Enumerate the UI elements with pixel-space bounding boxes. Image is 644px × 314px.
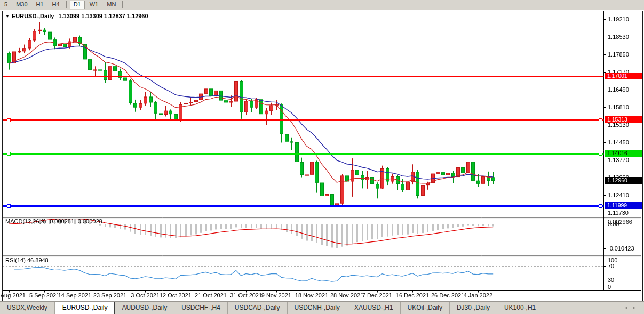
date-axis-label: 16 Dec 2021: [393, 292, 432, 299]
toolbar-separator: [122, 1, 123, 8]
date-axis-label: 4 Jan 2022: [459, 292, 497, 299]
rsi-axis-tick: 0: [608, 284, 611, 290]
price-axis-tick: 1.18530: [608, 34, 629, 40]
price-axis-tick: 1.12410: [608, 192, 629, 198]
timeframe-button-h4[interactable]: H4: [49, 1, 63, 8]
symbol-tab-ukoil-daily[interactable]: UKOil-,Daily: [401, 302, 450, 314]
date-axis-label: 26 Aug 2021: [0, 292, 28, 299]
tab-scroll-arrows: ◂▸: [625, 304, 641, 310]
tab-scroll-left-icon[interactable]: ◂: [625, 304, 633, 310]
price-tag-hline[interactable]: 1.17001: [605, 73, 642, 79]
symbol-tab-usdchf-h4[interactable]: USDCHF-,H4: [174, 302, 228, 314]
price-tag-hline[interactable]: 1.14016: [605, 150, 642, 157]
date-axis-label: 9 Nov 2021: [257, 292, 296, 299]
symbol-tab-usdcnh-daily[interactable]: USDCNH-,Daily: [288, 302, 347, 314]
price-tag-hline[interactable]: 1.11999: [605, 202, 642, 209]
date-axis-label: 12 Oct 2021: [156, 292, 195, 299]
timeframe-button-h1[interactable]: H1: [33, 1, 47, 8]
timeframe-button-mn[interactable]: MN: [103, 1, 120, 8]
price-axis-tick: 1.17850: [608, 51, 629, 58]
symbol-tab-eurusd-daily[interactable]: EURUSD-,Daily: [55, 302, 115, 314]
macd-indicator-label: MACD(12,26,9) -0.000281 -0.000028: [5, 218, 102, 224]
symbol-tab-audusd-daily[interactable]: AUDUSD-,Daily: [115, 302, 174, 314]
timeframe-toolbar: 5M30H1H4D1W1MN: [0, 0, 644, 10]
chart-canvas[interactable]: [3, 11, 641, 300]
price-tag-current: 1.12960: [605, 177, 642, 184]
symbol-tab-usdcad-daily[interactable]: USDCAD-,Daily: [228, 302, 288, 314]
chart-ohlc-values: 1.13099 1.13309 1.12837 1.12960: [58, 13, 148, 19]
symbol-tab-dj30-daily[interactable]: DJ30-,Daily: [450, 302, 497, 314]
symbol-tab-bar: USDX,WeeklyEURUSD-,DailyAUDUSD-,DailyUSD…: [0, 301, 644, 314]
timeframe-button-w1[interactable]: W1: [86, 1, 102, 8]
chart-title: ▼EURUSD-,Daily1.13099 1.13309 1.12837 1.…: [5, 13, 148, 19]
timeframe-button-d1[interactable]: D1: [70, 1, 85, 9]
symbol-tab-xauusd-h1[interactable]: XAUUSD-,H1: [347, 302, 401, 314]
price-axis-tick: 1.11730: [608, 210, 629, 216]
date-axis-label: 7 Dec 2021: [358, 292, 396, 299]
price-tag-hline[interactable]: 1.15313: [605, 116, 642, 123]
timeframe-button-5[interactable]: 5: [1, 1, 11, 8]
rsi-axis-tick: 30: [608, 277, 614, 283]
macd-axis-tick: -0.010423: [608, 245, 634, 252]
timeframe-button-m30[interactable]: M30: [12, 1, 31, 8]
trading-app: { "toolbar": { "items": [ {"type":"butto…: [0, 0, 644, 314]
tab-scroll-right-icon[interactable]: ▸: [633, 304, 641, 310]
price-axis-tick: 1.14450: [608, 139, 629, 146]
macd-axis-tick: 0.00: [608, 221, 619, 227]
chart-symbol-label: EURUSD-,Daily: [12, 13, 54, 19]
date-axis-label: 21 Oct 2021: [192, 292, 230, 299]
toolbar-separator: [66, 1, 67, 8]
price-axis-tick: 1.16490: [608, 86, 629, 93]
date-axis-label: 23 Sep 2021: [91, 292, 129, 299]
rsi-indicator-label: RSI(14) 46.8948: [5, 257, 49, 263]
date-axis-label: 14 Sep 2021: [55, 292, 94, 299]
symbol-tab-uk100-h1[interactable]: UK100-,H1: [497, 302, 543, 314]
collapse-triangle-icon[interactable]: ▼: [5, 14, 10, 19]
price-axis-tick: 1.15810: [608, 104, 629, 110]
date-axis-label: 18 Nov 2021: [292, 292, 331, 299]
price-axis-tick: 1.13770: [608, 157, 629, 163]
price-axis-tick: 1.19210: [608, 16, 629, 22]
chart-window: ▼EURUSD-,Daily1.13099 1.13309 1.12837 1.…: [2, 11, 643, 301]
symbol-tab-usdx-weekly[interactable]: USDX,Weekly: [0, 302, 55, 314]
rsi-axis-tick: 70: [608, 263, 614, 269]
